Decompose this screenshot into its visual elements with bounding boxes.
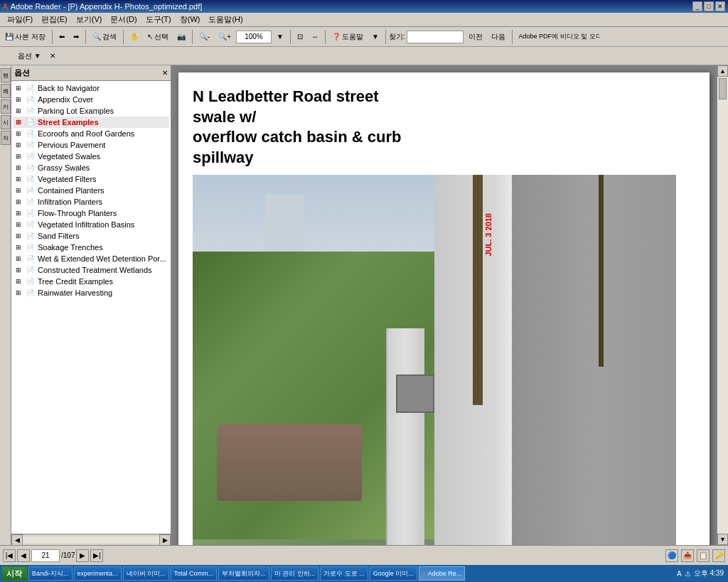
help-dropdown[interactable]: ▼ [368,29,382,45]
taskbar-item-us[interactable]: 미 관리 인하... [271,566,319,581]
nav-item-back[interactable]: ⊞ 📄 Back to Navigator [13,82,169,94]
pdf-doc-icon: 📄 [24,288,36,298]
forward-button[interactable]: ➡ [70,29,82,45]
menu-document[interactable]: 문서(D) [106,14,141,26]
window-controls: _ □ ✕ [692,1,725,11]
menu-window[interactable]: 창(W) [176,14,205,26]
find-next-button[interactable]: 다음 [488,29,509,45]
zoom-in-button[interactable]: 🔍+ [215,29,235,45]
nav-item-flow-through[interactable]: ⊞ 📄 Flow-Through Planters [13,208,169,219]
scroll-down-button[interactable]: ▼ [717,534,728,545]
save-copy-button[interactable]: 💾 사본 저장 [1,29,49,45]
side-tab-2[interactable]: 쾌 [1,84,11,98]
date-stamp: JUL. 3 2018 [484,213,493,257]
taskbar-item-bandi[interactable]: Bandi-지식... [28,566,73,581]
adobe-media-button[interactable]: Adobe PDF에 비디오 및 오디오를 삽입할 수... [515,29,601,45]
zoom-level[interactable]: 100% [236,31,272,43]
nav-label: Sand Filters [38,232,80,240]
nav-item-parking-lot[interactable]: ⊞ 📄 Parking Lot Examples [13,105,169,117]
next-page-button[interactable]: ▶ [76,549,89,562]
close-button[interactable]: ✕ [715,1,725,11]
side-tab-1[interactable]: 핸 [1,68,11,82]
taskbar-item-experimenta[interactable]: experimenta... [74,566,122,581]
status-btn-1[interactable]: 🔵 [665,549,678,562]
nav-item-veg-infiltration[interactable]: ⊞ 📄 Vegetated Infiltration Basins [13,219,169,230]
side-tab-4[interactable]: 시 [1,115,11,129]
pdf-doc-icon: 📄 [24,208,36,218]
nav-item-pervious[interactable]: ⊞ 📄 Pervious Pavement [13,139,169,151]
nav-label: Parking Lot Examples [38,107,114,115]
fit-width-button[interactable]: ↔ [308,29,322,45]
pole [473,175,483,405]
select-button[interactable]: ↖ 선택 [144,29,172,45]
taskbar-item-adobe[interactable]: A Adobe Re... [419,566,466,581]
taskbar-item-naver[interactable]: 네이버 이미... [123,566,169,581]
pdf-content-area: N Leadbetter Road street swale w/ overfl… [171,65,717,545]
nav-item-infiltration-planters[interactable]: ⊞ 📄 Infiltration Planters [13,196,169,208]
status-btn-2[interactable]: 📤 [681,549,694,562]
first-page-button[interactable]: |◀ [3,549,16,562]
status-btn-3[interactable]: 📋 [697,549,710,562]
find-prev-button[interactable]: 이전 [465,29,486,45]
nav-item-vegetated-swales[interactable]: ⊞ 📄 Vegetated Swales [13,151,169,162]
zoom-out-button[interactable]: 🔍- [196,29,213,45]
menu-view[interactable]: 보기(V) [72,14,107,26]
side-tab-5[interactable]: 자 [1,131,11,145]
panel-close-button[interactable]: ✕ [162,69,168,77]
help-button[interactable]: ❓ 도움말 [328,29,367,45]
nav-item-rainwater[interactable]: ⊞ 📄 Rainwater Harvesting [13,287,169,298]
find-input[interactable] [407,31,464,43]
nav-item-wet-extended[interactable]: ⊞ 📄 Wet & Extended Wet Detention Por... [13,253,169,264]
fit-page-button[interactable]: ⊡ [294,29,306,45]
maximize-button[interactable]: □ [704,1,714,11]
nav-item-soakage[interactable]: ⊞ 📄 Soakage Trenches [13,242,169,253]
nav-item-sand-filters[interactable]: ⊞ 📄 Sand Filters [13,230,169,242]
pdf-doc-icon: 📄 [24,231,36,241]
snapshot-button[interactable]: 📷 [173,29,189,45]
status-btn-4[interactable]: 🔑 [712,549,725,562]
taskbar-item-road[interactable]: 가로수 도로 ... [320,566,368,581]
menu-edit[interactable]: 편집(E) [37,14,72,26]
start-button[interactable]: 시작 [1,566,27,581]
menu-tools[interactable]: 도구(T) [141,14,176,26]
taskbar-item-bucheo[interactable]: 부처별회의자... [218,566,269,581]
separator-2 [85,30,86,44]
nav-item-ecoroofs[interactable]: ⊞ 📄 Ecoroofs and Roof Gardens [13,128,169,139]
nav-item-grassy-swales[interactable]: ⊞ 📄 Grassy Swales [13,162,169,173]
tray-icon-x: ⚠ [685,570,691,578]
options-button[interactable]: 옵션 ▼ [14,48,45,64]
taskbar-item-google[interactable]: Google 이미... [370,566,417,581]
zoom-dropdown[interactable]: ▼ [273,29,287,45]
page-number-input[interactable] [31,549,60,562]
scroll-right-btn[interactable]: ▶ [159,534,171,546]
hand-tool-button[interactable]: ✋ [127,29,142,45]
nav-item-contained-planters[interactable]: ⊞ 📄 Contained Planters [13,185,169,196]
nav-item-vegetated-filters[interactable]: ⊞ 📄 Vegetated Filters [13,173,169,185]
expand-icon: ⊞ [14,118,23,126]
scroll-up-button[interactable]: ▲ [717,65,728,77]
last-page-button[interactable]: ▶| [90,549,103,562]
scroll-left-btn[interactable]: ◀ [11,534,23,546]
side-tab-3[interactable]: 카 [1,99,11,114]
back-button[interactable]: ⬅ [55,29,68,45]
nav-label: Flow-Through Planters [38,209,117,217]
close-panel-button[interactable]: ✕ [46,48,59,64]
expand-icon: ⊞ [14,198,23,206]
menu-file[interactable]: 파일(F) [3,14,37,26]
status-bar: |◀ ◀ /107 ▶ ▶| 🔵 📤 📋 🔑 [0,545,728,565]
minimize-button[interactable]: _ [692,1,702,11]
nav-item-constructed-wetlands[interactable]: ⊞ 📄 Constructed Treatment Wetlands [13,264,169,276]
separator-7 [385,30,386,44]
nav-item-street-examples[interactable]: ⊞ 📄 Street Examples [13,117,169,128]
nav-item-tree-credit[interactable]: ⊞ 📄 Tree Credit Examples [13,276,169,287]
menu-help[interactable]: 도움말(H) [204,14,247,26]
taskbar-item-total[interactable]: Total Comm... [171,566,218,581]
prev-page-button[interactable]: ◀ [17,549,30,562]
scroll-thumb[interactable] [719,78,727,99]
search-button[interactable]: 🔍 검색 [89,29,120,45]
nav-label: Constructed Treatment Wetlands [38,266,152,274]
spillway [386,328,424,545]
nav-label: Contained Planters [38,186,105,195]
curb [497,175,511,545]
nav-item-appendix-cover[interactable]: ⊞ 📄 Appendix Cover [13,94,169,105]
